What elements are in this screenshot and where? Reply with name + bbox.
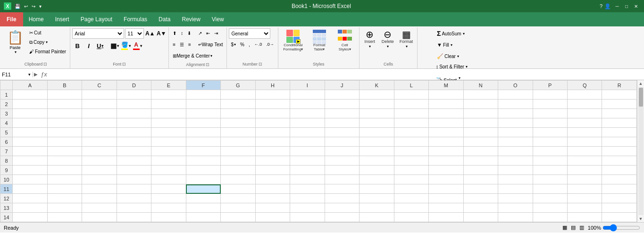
cell-P14[interactable] (533, 213, 567, 222)
cell-N3[interactable] (463, 109, 498, 118)
col-header-a[interactable]: A (13, 81, 47, 90)
page-layout-view-button[interactable]: ▤ (571, 224, 576, 231)
cell-G10[interactable] (221, 175, 255, 184)
number-format-select[interactable]: General Number Currency Accounting Date … (229, 28, 270, 39)
insert-button[interactable]: ⊕ Insert ▾ (361, 28, 378, 50)
cell-F3[interactable] (186, 109, 220, 118)
row-header-8[interactable]: 8 (0, 156, 13, 166)
cell-H14[interactable] (255, 213, 290, 222)
cell-A11[interactable] (13, 184, 47, 194)
fill-button[interactable]: ▼ Fill ▾ (435, 40, 454, 50)
cell-R11[interactable] (602, 184, 637, 194)
page-layout-menu[interactable]: Page Layout (75, 12, 118, 26)
cell-M1[interactable] (429, 90, 463, 100)
vertical-scrollbar[interactable]: ▲ ▼ (637, 80, 644, 222)
cell-N8[interactable] (463, 156, 498, 166)
cell-M8[interactable] (429, 156, 463, 166)
data-menu[interactable]: Data (153, 12, 176, 26)
row-header-1[interactable]: 1 (0, 90, 13, 100)
cell-B8[interactable] (47, 156, 82, 166)
cell-B6[interactable] (47, 137, 82, 147)
cell-L10[interactable] (394, 175, 428, 184)
cell-B4[interactable] (47, 118, 82, 128)
cell-H4[interactable] (255, 118, 290, 128)
underline-button[interactable]: U▾ (95, 41, 105, 51)
cell-G9[interactable] (221, 166, 255, 175)
cell-Q14[interactable] (567, 213, 602, 222)
cell-L12[interactable] (394, 194, 428, 203)
cell-K12[interactable] (360, 194, 394, 203)
cell-N6[interactable] (463, 137, 498, 147)
cell-B13[interactable] (47, 203, 82, 213)
cell-D7[interactable] (117, 147, 151, 156)
page-break-view-button[interactable]: ▥ (579, 224, 584, 231)
cell-G6[interactable] (221, 137, 255, 147)
cell-M12[interactable] (429, 194, 463, 203)
cell-F10[interactable] (186, 175, 220, 184)
cell-N10[interactable] (463, 175, 498, 184)
cell-P3[interactable] (533, 109, 567, 118)
cell-I6[interactable] (290, 137, 325, 147)
cell-G8[interactable] (221, 156, 255, 166)
col-header-q[interactable]: Q (567, 81, 602, 90)
cell-M3[interactable] (429, 109, 463, 118)
cell-K7[interactable] (360, 147, 394, 156)
cell-O13[interactable] (498, 203, 533, 213)
cell-K14[interactable] (360, 213, 394, 222)
cut-button[interactable]: ✂ Cut (27, 28, 68, 37)
cell-A13[interactable] (13, 203, 47, 213)
cell-H5[interactable] (255, 128, 290, 137)
cell-J13[interactable] (325, 203, 359, 213)
cell-P13[interactable] (533, 203, 567, 213)
cell-Q3[interactable] (567, 109, 602, 118)
copy-button[interactable]: ⧉ Copy ▾ (27, 38, 68, 47)
cell-F11[interactable] (186, 184, 220, 194)
increase-decimal-button[interactable]: .0→ (264, 40, 276, 49)
cell-H3[interactable] (255, 109, 290, 118)
cell-A1[interactable] (13, 90, 47, 100)
cell-I10[interactable] (290, 175, 325, 184)
cell-B2[interactable] (47, 100, 82, 109)
cell-D5[interactable] (117, 128, 151, 137)
cell-O6[interactable] (498, 137, 533, 147)
cell-N13[interactable] (463, 203, 498, 213)
cell-D11[interactable] (117, 184, 151, 194)
cell-N11[interactable] (463, 184, 498, 194)
cell-A4[interactable] (13, 118, 47, 128)
cell-R9[interactable] (602, 166, 637, 175)
cell-E8[interactable] (151, 156, 186, 166)
cell-G5[interactable] (221, 128, 255, 137)
borders-button[interactable]: ▦ ▾ (109, 41, 120, 51)
cell-L7[interactable] (394, 147, 428, 156)
cell-N1[interactable] (463, 90, 498, 100)
cell-G2[interactable] (221, 100, 255, 109)
cell-J4[interactable] (325, 118, 359, 128)
cell-E5[interactable] (151, 128, 186, 137)
cell-A12[interactable] (13, 194, 47, 203)
cell-L5[interactable] (394, 128, 428, 137)
cell-K3[interactable] (360, 109, 394, 118)
sort-filter-button[interactable]: ↕ Sort & Filter ▾ (434, 61, 469, 72)
col-header-j[interactable]: J (325, 81, 359, 90)
cell-N7[interactable] (463, 147, 498, 156)
cell-F6[interactable] (186, 137, 220, 147)
cell-B14[interactable] (47, 213, 82, 222)
align-top-button[interactable]: ⬆ (171, 28, 178, 38)
normal-view-button[interactable]: ▦ (562, 224, 567, 231)
cell-R13[interactable] (602, 203, 637, 213)
cell-O7[interactable] (498, 147, 533, 156)
zoom-slider[interactable] (602, 224, 640, 232)
cell-C12[interactable] (82, 194, 117, 203)
customize-qa-button[interactable]: ▾ (38, 3, 43, 10)
row-header-4[interactable]: 4 (0, 118, 13, 128)
cell-D13[interactable] (117, 203, 151, 213)
cell-P6[interactable] (533, 137, 567, 147)
clear-button[interactable]: 🧹 Clear ▾ (435, 51, 461, 61)
cell-D12[interactable] (117, 194, 151, 203)
home-menu[interactable]: Home (23, 12, 50, 26)
number-expand-icon[interactable]: ⊡ (259, 62, 262, 66)
cell-E7[interactable] (151, 147, 186, 156)
cell-P2[interactable] (533, 100, 567, 109)
cell-G13[interactable] (221, 203, 255, 213)
cell-O10[interactable] (498, 175, 533, 184)
